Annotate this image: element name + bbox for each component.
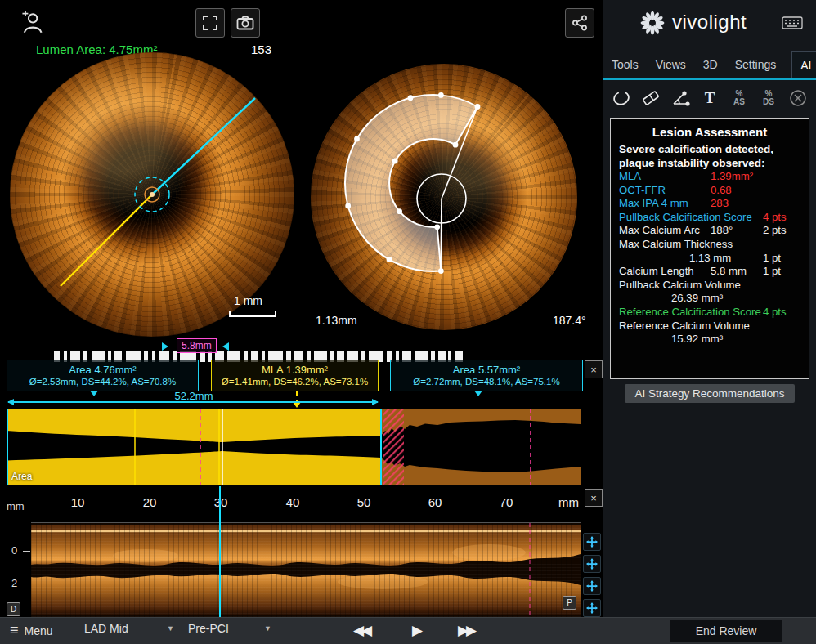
lesion-row-calcium-length: Calcium Length5.8 mm1 pt	[619, 265, 800, 279]
angle-tool-icon	[670, 88, 690, 108]
ellipse-tool-button[interactable]	[610, 87, 633, 110]
ellipse-tool-icon	[612, 88, 631, 108]
lesion-row-thickness-label: Max Calcium Thickness	[619, 238, 800, 252]
phase-caret-icon: ▼	[264, 624, 271, 633]
vivolight-logo-icon	[639, 10, 666, 36]
lesion-row-ipa: Max IPA 4 mm283	[619, 197, 800, 211]
proximal-detail: Ø=2.53mm, DS=44.2%, AS=70.8%	[29, 376, 176, 388]
distal-marker-icon	[474, 391, 482, 396]
distal-reference-box[interactable]: Area 5.57mm² Ø=2.72mm, DS=48.1%, AS=75.1…	[390, 360, 583, 391]
mla-box[interactable]: MLA 1.39mm² Ø=1.41mm, DS=46.2%, AS=73.1%	[211, 360, 379, 391]
share-button[interactable]	[565, 8, 594, 38]
stretch-crosshair-icon	[586, 580, 598, 592]
keyboard-icon	[782, 16, 803, 29]
phase-value: Pre-PCI	[188, 622, 229, 635]
tab-ai[interactable]: AI	[791, 51, 816, 78]
lesion-alert-line2: plaque instability observed:	[619, 156, 800, 170]
calcium-range-left-arrow-icon	[162, 342, 168, 351]
close-lmode-button[interactable]: ×	[585, 489, 603, 507]
lmode-zoom-control[interactable]	[583, 555, 601, 573]
lesion-panel-title: Lesion Assessment	[619, 125, 800, 139]
lesion-row-pullback-volume-label: Pullback Calcium Volume	[619, 279, 800, 293]
sidebar: vivolight Tools Views 3D Settings AI	[603, 0, 816, 617]
phase-dropdown[interactable]: Pre-PCI ▼	[188, 622, 271, 635]
angle-tool-button[interactable]	[669, 87, 692, 110]
ruler-tick-10: 10	[71, 495, 85, 509]
ruler-tick-50: 50	[357, 495, 371, 509]
capture-frame-button[interactable]	[195, 8, 225, 38]
fit-crosshair-icon	[586, 602, 598, 614]
sidebar-tabs: Tools Views 3D Settings AI	[603, 49, 816, 80]
lmode-texture	[31, 523, 581, 617]
ai-strategy-button[interactable]: AI Strategy Recommendations	[625, 384, 795, 403]
depth-axis: mm 0 2	[0, 486, 31, 617]
tab-tools[interactable]: Tools	[610, 51, 640, 78]
area-graph-plot	[7, 409, 581, 485]
lesion-row-reference-score: Reference Calcification Score4 pts	[619, 306, 800, 320]
lesion-assessment-panel: Lesion Assessment Severe calcification d…	[610, 118, 809, 379]
tab-views[interactable]: Views	[654, 51, 688, 78]
share-icon	[572, 15, 588, 31]
tab-settings[interactable]: Settings	[733, 51, 778, 78]
user-button[interactable]	[18, 8, 46, 36]
vessel-caret-icon: ▼	[167, 624, 174, 633]
percent-ds-tool-button[interactable]: %DS	[757, 87, 780, 110]
menu-label: Menu	[25, 624, 53, 637]
eraser-tool-button[interactable]	[639, 87, 662, 110]
lesion-row-reference-volume-label: Reference Calcium Volume	[619, 320, 800, 333]
close-measure-panel-button[interactable]: ×	[585, 360, 603, 378]
clear-tool-button[interactable]	[787, 87, 809, 110]
vessel-value: LAD Mid	[84, 622, 128, 635]
menu-icon: ≡	[10, 622, 19, 639]
calcium-arc-overlay	[311, 64, 577, 330]
lesion-row-reference-volume-value: 15.92 mm³	[619, 333, 800, 347]
eraser-icon	[641, 88, 661, 108]
end-review-button[interactable]: End Review	[670, 620, 782, 642]
calcium-length-tag: 5.8mm	[177, 338, 217, 353]
depth-axis-unit: mm	[7, 500, 25, 512]
camera-button[interactable]	[231, 8, 260, 38]
user-plus-icon	[20, 10, 44, 34]
tab-3d[interactable]: 3D	[702, 51, 720, 78]
proximal-reference-box[interactable]: Area 4.76mm² Ø=2.53mm, DS=44.2%, AS=70.8…	[7, 360, 199, 391]
bottom-bar: ≡ Menu LAD Mid ▼ Pre-PCI ▼ ◀◀ ▶ ▶▶ End R…	[0, 617, 816, 644]
pullback-ruler[interactable]: 10 20 30 40 50 60 70 mm	[31, 486, 581, 523]
percent-as-tool-button[interactable]: %AS	[728, 87, 751, 110]
rewind-button[interactable]: ◀◀	[353, 622, 370, 639]
ruler-tick-20: 20	[143, 495, 157, 509]
mla-marker-icon	[293, 402, 301, 408]
ruler-frame-cursor	[219, 486, 221, 523]
keyboard-button[interactable]	[782, 16, 803, 32]
ruler-tick-70: 70	[500, 495, 513, 509]
clear-circle-x-icon	[788, 88, 808, 108]
lmode-stretch-control[interactable]	[583, 577, 601, 595]
ruler-tick-40: 40	[286, 495, 300, 509]
scale-bar	[229, 311, 276, 317]
camera-icon	[236, 16, 254, 30]
depth-tick-0: 0	[11, 544, 17, 557]
lesion-row-pullback-volume-value: 26.39 mm³	[619, 292, 800, 306]
lmode-fit-control[interactable]	[583, 599, 601, 617]
play-button[interactable]: ▶	[412, 622, 423, 639]
lesion-row-pullback-score: Pullback Calcification Score4 pts	[619, 211, 800, 225]
lmode-frame-cursor[interactable]	[219, 523, 221, 617]
ruler-tick-30: 30	[214, 495, 228, 509]
oct-cross-section-right[interactable]	[311, 64, 577, 330]
text-tool-button[interactable]: T	[698, 87, 721, 110]
area-graph[interactable]: Area	[7, 409, 581, 485]
app-root: Lumen Area: 4.75mm² 153	[0, 0, 816, 644]
lmode-pan-up-control[interactable]	[583, 533, 601, 551]
ruler-unit: mm	[558, 495, 579, 509]
lesion-row-mla: MLA1.39mm²	[619, 170, 800, 184]
lesion-row-thickness-value: 1.13 mm1 pt	[619, 252, 800, 266]
fast-forward-button[interactable]: ▶▶	[458, 622, 474, 639]
percent-as-icon: %AS	[733, 90, 745, 106]
calcium-angle-label: 187.4°	[553, 314, 586, 327]
mla-detail: Ø=1.41mm, DS=46.2%, AS=73.1%	[222, 376, 368, 388]
ruler-tick-60: 60	[428, 495, 442, 509]
lmode-view[interactable]	[31, 523, 581, 617]
menu-button[interactable]: ≡ Menu	[10, 622, 53, 639]
area-graph-label: Area	[11, 471, 32, 482]
distal-detail: Ø=2.72mm, DS=48.1%, AS=75.1%	[413, 376, 559, 388]
vessel-dropdown[interactable]: LAD Mid ▼	[84, 622, 174, 635]
